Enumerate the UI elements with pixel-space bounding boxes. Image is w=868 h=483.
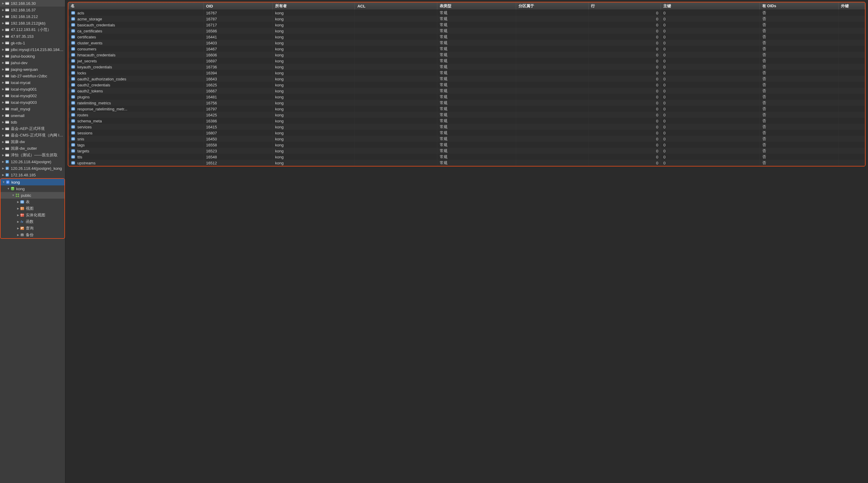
col-header-partition[interactable]: 分区属于 [516,2,589,10]
connection-item[interactable]: ▶泽怡（测试）——医生抓取 [0,152,65,159]
connection-item[interactable]: ▶jiahui-booking [0,53,65,59]
expand-arrow-icon[interactable]: ▶ [1,147,5,150]
schema-child-item[interactable]: ▶备份 [1,232,64,238]
table-row[interactable]: response_ratelimiting_metr...16797kong常规… [68,106,865,112]
expand-arrow-icon[interactable]: ▶ [16,220,20,223]
expand-arrow-icon[interactable]: ▶ [1,88,5,91]
tables-grid[interactable]: 名 OID 所有者 ACL 表类型 分区属于 行 主键 有 OIDs 外键 ac… [68,2,865,166]
connection-item[interactable]: ▶120.26.118.44(postgre)_kong [0,165,65,172]
table-row[interactable]: snis16450kong常规00否 [68,136,865,142]
connection-item[interactable]: ▶嘉会-AEP-正式环境 [0,125,65,132]
table-row[interactable]: sessions16807kong常规00否 [68,130,865,136]
table-row[interactable]: tags16558kong常规00否 [68,142,865,148]
expand-arrow-icon[interactable]: ▼ [11,194,15,197]
expand-arrow-icon[interactable]: ▶ [1,68,5,71]
expand-arrow-icon[interactable]: ▶ [1,127,5,130]
expand-arrow-icon[interactable]: ▶ [1,55,5,58]
connection-item[interactable]: ▶192.168.16.37 [0,7,65,13]
col-header-fk[interactable]: 外键 [839,2,865,10]
connection-tree[interactable]: ▶192.168.16.30▶192.168.16.37▶192.168.18.… [0,0,65,483]
connection-item[interactable]: ▶local-mysql002 [0,92,65,99]
expand-arrow-icon[interactable]: ▶ [1,61,5,64]
expand-arrow-icon[interactable]: ▶ [16,200,20,203]
expand-arrow-icon[interactable]: ▶ [1,2,5,5]
table-row[interactable]: schema_meta16386kong常规00否 [68,118,865,124]
expand-arrow-icon[interactable]: ▶ [1,134,5,137]
schema-child-item[interactable]: ▶表 [1,199,64,205]
table-row[interactable]: oauth2_authorization_codes16643kong常规00否 [68,76,865,82]
connection-item[interactable]: ▶国康-dw [0,139,65,145]
schema-child-item[interactable]: ▶视图 [1,205,64,212]
expand-arrow-icon[interactable]: ▶ [1,173,5,176]
table-row[interactable]: acls16767kong常规00否 [68,10,865,16]
table-row[interactable]: consumers16467kong常规00否 [68,46,865,52]
col-header-name[interactable]: 名 [68,2,204,10]
table-row[interactable]: upstreams16512kong常规00否 [68,160,865,166]
connection-item[interactable]: ▶lab-27-webflux-r2dbc [0,73,65,79]
table-row[interactable]: targets16523kong常规00否 [68,148,865,154]
table-row[interactable]: services16415kong常规00否 [68,124,865,130]
connection-item[interactable]: ▶jiahui-dev [0,59,65,66]
expand-arrow-icon[interactable]: ▶ [1,75,5,77]
connection-item[interactable]: ▶192.168.18.212(jkb) [0,20,65,26]
database-node[interactable]: ▼ kong [1,186,64,192]
table-row[interactable]: keyauth_credentials16736kong常规00否 [68,64,865,70]
expand-arrow-icon[interactable]: ▶ [1,8,5,11]
table-row[interactable]: hmacauth_credentials16606kong常规00否 [68,52,865,58]
expand-arrow-icon[interactable]: ▶ [1,35,5,38]
col-header-type[interactable]: 表类型 [437,2,516,10]
connection-item[interactable]: ▶嘉会-CMS-正式环境（内网 IP） [0,132,65,139]
table-row[interactable]: plugins16481kong常规00否 [68,94,865,100]
col-header-rows[interactable]: 行 [588,2,661,10]
table-row[interactable]: locks16394kong常规00否 [68,70,865,76]
connection-item[interactable]: ▶mall_mysql [0,106,65,112]
schema-child-item[interactable]: ▶函数 [1,219,64,225]
expand-arrow-icon[interactable]: ▶ [16,207,20,210]
table-row[interactable]: ratelimiting_metrics16756kong常规00否 [68,100,865,106]
col-header-acl[interactable]: ACL [355,2,437,10]
schema-node[interactable]: ▼ public [1,192,64,199]
expand-arrow-icon[interactable]: ▶ [1,153,5,157]
table-row[interactable]: acme_storage16787kong常规00否 [68,16,865,22]
table-row[interactable]: oauth2_credentials16625kong常规00否 [68,82,865,88]
expand-arrow-icon[interactable]: ▶ [1,22,5,25]
connection-item[interactable]: ▶local-mysql001 [0,86,65,92]
expand-arrow-icon[interactable]: ▶ [1,107,5,110]
expand-arrow-icon[interactable]: ▶ [16,214,20,217]
expand-arrow-icon[interactable]: ▶ [1,167,5,170]
col-header-pk[interactable]: 主键 [661,2,760,10]
table-row[interactable]: oauth2_tokens16667kong常规00否 [68,88,865,94]
expand-arrow-icon[interactable]: ▶ [1,81,5,84]
connection-item[interactable]: ▶jdbc:mysql://114.215.80.184:33... [0,46,65,53]
table-row[interactable]: basicauth_credentials16717kong常规00否 [68,22,865,28]
expand-arrow-icon[interactable]: ▶ [16,233,20,236]
table-row[interactable]: ca_certificates16586kong常规00否 [68,28,865,34]
expand-arrow-icon[interactable]: ▼ [2,180,5,183]
schema-child-item[interactable]: ▶查询 [1,225,64,232]
expand-arrow-icon[interactable]: ▶ [1,28,5,31]
connection-item[interactable]: ▶jiaqing-wenjuan [0,66,65,73]
expand-arrow-icon[interactable]: ▶ [1,41,5,45]
expand-arrow-icon[interactable]: ▶ [1,15,5,18]
connection-item[interactable]: ▶local-mycat [0,79,65,86]
col-header-oid[interactable]: OID [204,2,273,10]
expand-arrow-icon[interactable]: ▶ [1,140,5,143]
table-row[interactable]: routes16425kong常规00否 [68,112,865,118]
connection-item[interactable]: ▶local-mysql003 [0,99,65,106]
connection-item[interactable]: ▶172.16.48.185 [0,172,65,178]
expand-arrow-icon[interactable]: ▶ [1,101,5,104]
schema-child-item[interactable]: ▶实体化视图 [1,212,64,219]
connection-item[interactable]: ▶192.168.18.212 [0,13,65,20]
expand-arrow-icon[interactable]: ▼ [7,187,10,190]
connection-item[interactable]: ▶47.112.193.81（小范） [0,26,65,33]
connection-item[interactable]: ▶tidb [0,119,65,125]
table-row[interactable]: certificates16441kong常规00否 [68,34,865,40]
table-row[interactable]: jwt_secrets16697kong常规00否 [68,58,865,64]
connection-item[interactable]: ▶47.97.35.153 [0,33,65,39]
connection-item[interactable]: ▶onemall [0,112,65,119]
connection-item[interactable]: ▶192.168.16.30 [0,0,65,7]
connection-item[interactable]: ▶gk-rds-1 [0,39,65,46]
connection-kong-active[interactable]: ▼ kong [1,179,64,186]
expand-arrow-icon[interactable]: ▶ [16,227,20,230]
connection-item[interactable]: ▶国康-dw_outter [0,145,65,152]
